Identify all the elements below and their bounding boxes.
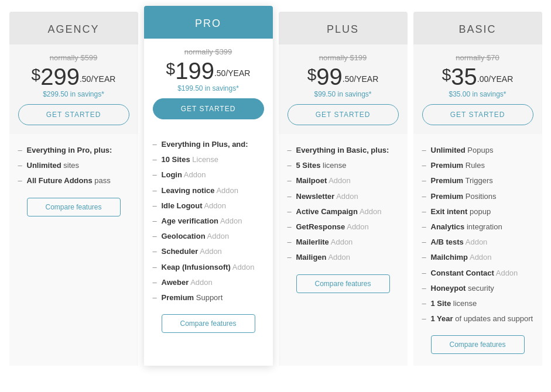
feature-bold: Geolocation (162, 232, 206, 240)
plan-header-pro: PRO (144, 6, 273, 39)
feature-regular: security (466, 284, 494, 293)
feature-bold: Exit intent (431, 207, 468, 216)
list-item: Everything in Pro, plus: (18, 143, 129, 158)
feature-bold: Constant Contact (431, 269, 494, 277)
feature-bold: Active Campaign (296, 207, 358, 216)
feature-addon: Addon (215, 186, 239, 195)
plan-body-plus: Everything in Basic, plus:5 Sites licens… (279, 134, 408, 366)
feature-bold: Unlimited (27, 161, 61, 170)
plan-body-basic: Unlimited PopupsPremium RulesPremium Tri… (413, 134, 542, 366)
list-item: Newsletter Addon (288, 189, 399, 204)
get-started-button-agency[interactable]: GET STARTED (18, 104, 129, 125)
feature-bold: Everything in Basic, plus: (296, 146, 389, 154)
feature-regular: license (320, 161, 346, 170)
feature-addon: Addon (468, 253, 492, 262)
list-item: Analytics integration (422, 219, 533, 235)
feature-list-basic: Unlimited PopupsPremium RulesPremium Tri… (422, 143, 533, 326)
list-item: Unlimited Popups (422, 143, 533, 158)
feature-bold: Everything in Pro, plus: (27, 146, 112, 154)
feature-bold: Newsletter (296, 192, 335, 201)
list-item: Scheduler Addon (153, 244, 264, 259)
pricing-table: AGENCY normally $599 $299.50/YEAR $299.5… (6, 12, 545, 366)
feature-bold: Login (162, 170, 182, 179)
feature-regular: Support (194, 293, 223, 302)
compare-features-pro[interactable]: Compare features (162, 314, 255, 333)
savings-basic: $35.00 in savings* (422, 90, 533, 98)
list-item: Leaving notice Addon (153, 183, 264, 198)
feature-bold: 1 Site (431, 299, 451, 308)
current-price-agency: $299.50/YEAR (18, 65, 129, 88)
feature-regular: of updates and support (453, 314, 533, 323)
list-item: 5 Sites license (288, 158, 399, 173)
plan-name-plus: PLUS (327, 23, 359, 35)
list-item: Active Campaign Addon (288, 204, 399, 219)
list-item: 10 Sites License (153, 152, 264, 167)
cents-period-agency: .50/YEAR (80, 74, 115, 84)
feature-addon: Addon (327, 176, 351, 185)
plan-card-plus: PLUS normally $199 $99.50/YEAR $99.50 in… (279, 12, 408, 366)
feature-bold: GetResponse (296, 222, 345, 231)
list-item: 1 Year of updates and support (422, 311, 533, 326)
plan-name-agency: AGENCY (47, 23, 99, 35)
current-price-basic: $35.00/YEAR (422, 65, 533, 88)
feature-bold: Keap (Infusionsoft) (162, 263, 231, 271)
feature-bold: Mailerlite (296, 238, 329, 246)
plan-pricing-agency: normally $599 $299.50/YEAR $299.50 in sa… (9, 44, 138, 104)
feature-bold: Premium (431, 161, 464, 170)
plan-header-plus: PLUS (279, 12, 408, 44)
plan-header-basic: BASIC (413, 12, 542, 44)
feature-addon: Addon (334, 192, 358, 201)
list-item: GetResponse Addon (288, 219, 399, 235)
list-item: Premium Rules (422, 158, 533, 173)
dollar-agency: $ (32, 66, 41, 84)
feature-addon: Addon (198, 247, 222, 256)
cents-period-pro: .50/YEAR (214, 68, 250, 78)
list-item: Premium Triggers (422, 173, 533, 188)
get-started-button-plus[interactable]: GET STARTED (288, 104, 399, 125)
feature-addon: Addon (327, 253, 351, 262)
feature-bold: Analytics (431, 222, 465, 231)
feature-list-agency: Everything in Pro, plus:Unlimited sitesA… (18, 143, 129, 189)
feature-addon: Addon (182, 170, 206, 179)
feature-bold: 5 Sites (296, 161, 321, 170)
feature-bold: Idle Logout (162, 201, 203, 210)
feature-regular: Triggers (463, 176, 493, 185)
feature-bold: Age verification (162, 216, 219, 225)
feature-bold: Aweber (162, 278, 189, 287)
cents-period-plus: .50/YEAR (343, 74, 378, 84)
list-item: Everything in Basic, plus: (288, 143, 399, 158)
feature-addon: License (190, 155, 218, 164)
original-price-basic: normally $70 (422, 53, 533, 62)
amount-agency: 299 (40, 64, 80, 90)
feature-bold: Everything in Plus, and: (162, 140, 248, 149)
feature-bold: Scheduler (162, 247, 199, 256)
feature-bold: Premium (431, 176, 464, 185)
feature-regular: Rules (463, 161, 485, 170)
feature-addon: Addon (358, 207, 382, 216)
plan-pricing-pro: normally $399 $199.50/YEAR $199.50 in sa… (144, 39, 273, 98)
compare-features-agency[interactable]: Compare features (27, 198, 121, 216)
feature-regular: popup (467, 207, 491, 216)
feature-bold: Leaving notice (162, 186, 215, 195)
savings-plus: $99.50 in savings* (288, 90, 399, 98)
feature-addon: Addon (203, 201, 227, 210)
plan-body-pro: Everything in Plus, and:10 Sites License… (144, 128, 273, 366)
feature-regular: Popups (466, 146, 494, 154)
get-started-button-basic[interactable]: GET STARTED (422, 104, 533, 125)
feature-bold: Premium (431, 192, 464, 201)
feature-bold: Mailigen (296, 253, 327, 262)
plan-name-pro: PRO (195, 18, 221, 29)
get-started-button-pro[interactable]: GET STARTED (153, 98, 264, 119)
feature-regular: integration (464, 222, 502, 231)
compare-features-basic[interactable]: Compare features (431, 335, 525, 354)
current-price-plus: $99.50/YEAR (288, 65, 399, 88)
feature-list-pro: Everything in Plus, and:10 Sites License… (153, 137, 264, 305)
feature-addon: Addon (206, 232, 230, 240)
list-item: All Future Addons pass (18, 173, 129, 188)
list-item: Premium Positions (422, 189, 533, 204)
plan-pricing-basic: normally $70 $35.00/YEAR $35.00 in savin… (413, 44, 542, 104)
compare-features-plus[interactable]: Compare features (296, 274, 390, 293)
amount-plus: 99 (316, 64, 343, 90)
current-price-pro: $199.50/YEAR (153, 59, 264, 82)
dollar-basic: $ (442, 66, 451, 84)
